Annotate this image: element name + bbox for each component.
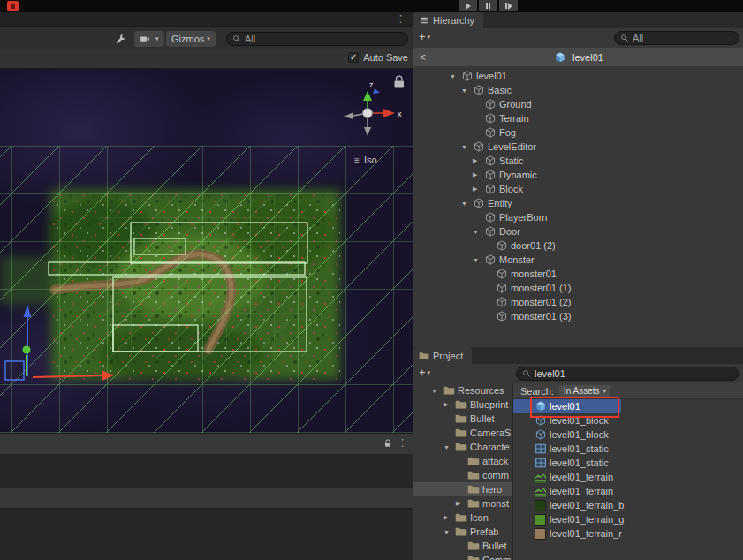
hierarchy-item[interactable]: door01 (2) [413,238,743,253]
hierarchy-breadcrumb[interactable]: < level01 [413,48,743,66]
cube-icon [461,70,474,82]
scene-panel: ⋮ ▾ Gizmos ▾ All ✓ Auto Save [0,12,413,560]
projection-menu-icon[interactable]: ≡ [354,155,360,165]
hierarchy-item[interactable]: ▼Entity [413,196,743,210]
collab-status-icon[interactable] [7,1,19,11]
foldout-closed-icon[interactable]: ▶ [444,514,455,521]
hierarchy-item[interactable]: Ground [413,97,743,111]
result-item[interactable]: level01_static [513,442,743,456]
panel-menu-icon[interactable]: ⋮ [396,13,406,25]
folder-item[interactable]: Bullet [413,539,512,553]
hierarchy-item[interactable]: ▼LevelEditor [413,140,743,154]
folder-item[interactable]: Bullet [413,412,512,426]
tab-project[interactable]: Project [413,347,472,364]
project-search-input[interactable]: level01 [516,367,739,381]
foldout-open-icon[interactable]: ▼ [461,201,473,207]
hierarchy-search-placeholder: All [633,33,643,43]
foldout-closed-icon[interactable]: ▶ [473,185,484,193]
gizmo-center-cube[interactable] [363,109,373,118]
folder-label: Comm [482,555,511,560]
result-item-selected[interactable]: level01 [513,399,621,413]
foldout-closed-icon[interactable]: ▶ [473,171,484,178]
foldout-open-icon[interactable]: ▼ [473,257,484,263]
result-item[interactable]: level01_terrain_b [513,498,743,512]
tab-hierarchy[interactable]: Hierarchy [413,12,483,28]
step-button[interactable] [499,0,518,11]
foldout-closed-icon[interactable]: ▶ [444,401,455,408]
hierarchy-item[interactable]: ▼Door [413,224,743,238]
folder-item[interactable]: CameraS [413,426,512,440]
bottom-panel-header-2[interactable] [0,488,413,509]
autosave-label: Auto Save [363,52,408,63]
folder-item[interactable]: ▼Characte [413,440,512,454]
folder-item[interactable]: ▼Prefab [413,525,512,539]
hierarchy-item[interactable]: PlayerBorn [413,210,743,224]
autosave-toggle[interactable]: ✓ Auto Save [348,52,408,63]
chevron-down-icon: ▾ [155,35,159,42]
y-axis-handle[interactable] [23,346,31,354]
gizmos-dropdown[interactable]: Gizmos ▾ [166,31,216,47]
result-item[interactable]: level01_terrain_r [513,526,743,541]
result-item[interactable]: level01_terrain_g [513,512,743,526]
folder-item[interactable]: Comm [413,553,512,560]
bottom-panel-header[interactable]: ⋮ [0,433,413,454]
foldout-open-icon[interactable]: ▼ [450,73,461,79]
hierarchy-item[interactable]: monster01 (2) [413,295,743,309]
cube-icon [484,225,497,238]
create-asset-button[interactable]: + ▾ [419,366,430,380]
hierarchy-panel: Hierarchy + ▾ All < level01 ▼level01 [413,12,743,347]
hierarchy-item[interactable]: ▶Static [413,154,743,168]
checkbox-checked-icon[interactable]: ✓ [348,52,359,63]
result-item[interactable]: level01_terrain [513,470,743,484]
folder-item[interactable]: comm [413,468,512,482]
cube-icon [496,296,508,308]
hierarchy-item[interactable]: monster01 [413,267,743,281]
scene-viewport[interactable]: z x ≡ Iso [0,69,413,433]
lock-icon[interactable] [383,438,393,449]
result-item[interactable]: level01_static [513,456,743,470]
foldout-open-icon[interactable]: ▼ [473,229,484,235]
foldout-closed-icon[interactable]: ▶ [473,157,484,164]
hierarchy-item[interactable]: ▼Monster [413,253,743,267]
cube-icon [473,140,485,153]
folder-icon [455,398,467,411]
hierarchy-item[interactable]: monster01 (3) [413,309,743,323]
hierarchy-item[interactable]: ▶Block [413,182,743,196]
hierarchy-item[interactable]: ▶Dynamic [413,168,743,182]
folder-item[interactable]: ▶monst [413,496,512,511]
foldout-open-icon[interactable]: ▼ [444,529,455,535]
hierarchy-item-label: monster01 (2) [511,297,571,307]
search-scope-dropdown[interactable]: In Assets ▾ [559,385,610,397]
scene-viewport-canvas[interactable]: z x ≡ Iso [0,69,413,433]
hierarchy-item[interactable]: Terrain [413,111,743,125]
result-item[interactable]: level01_block [513,413,743,428]
folder-item-selected[interactable]: hero [413,482,512,496]
scene-search-input[interactable]: All [226,32,408,46]
foldout-open-icon[interactable]: ▼ [444,444,455,450]
scene-camera-dropdown[interactable]: ▾ [134,31,164,47]
pause-button[interactable] [479,0,497,11]
tools-icon[interactable] [115,33,127,45]
foldout-open-icon[interactable]: ▼ [461,144,473,150]
foldout-closed-icon[interactable]: ▶ [456,500,467,507]
play-button[interactable] [459,0,477,11]
result-item[interactable]: level01_block [513,428,743,442]
folder-item[interactable]: attack [413,454,512,468]
folder-item[interactable]: ▼Resources [413,383,512,397]
back-icon[interactable]: < [420,51,426,64]
foldout-open-icon[interactable]: ▼ [461,87,473,94]
folder-item[interactable]: ▶Icon [413,511,512,525]
hierarchy-item[interactable]: Fog [413,125,743,140]
terrain-asset-icon [535,485,547,497]
hierarchy-item[interactable]: ▼level01 [413,69,743,83]
panel-menu-icon[interactable]: ⋮ [398,437,407,449]
create-object-button[interactable]: + ▾ [419,30,430,44]
result-item[interactable]: level01_terrain [513,484,743,498]
hierarchy-item[interactable]: monster01 (1) [413,281,743,295]
hierarchy-item[interactable]: ▼Basic [413,83,743,97]
foldout-open-icon[interactable]: ▼ [431,388,443,394]
folder-item[interactable]: ▶Blueprint [413,397,512,412]
hierarchy-search-input[interactable]: All [614,31,739,45]
folder-label: Characte [470,442,510,452]
projection-label[interactable]: Iso [364,155,377,165]
